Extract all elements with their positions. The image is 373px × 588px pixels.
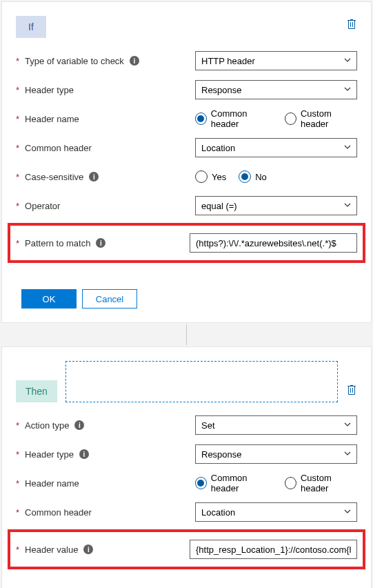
row-header-type: *Header typei Response <box>16 440 357 469</box>
select-type-of-variable[interactable]: HTTP header <box>195 51 357 70</box>
label-operator: Operator <box>25 201 60 211</box>
info-icon[interactable]: i <box>74 420 84 430</box>
select-common-header[interactable]: Location <box>195 502 357 522</box>
label-header-name: Header name <box>25 478 79 489</box>
radio-common-header[interactable]: Common header <box>195 108 272 129</box>
info-icon[interactable]: i <box>130 56 139 66</box>
row-common-header: *Common header Location <box>16 133 357 162</box>
radio-yes[interactable]: Yes <box>195 170 226 183</box>
row-common-header: *Common header Location <box>16 498 357 527</box>
highlighted-pattern-row: *Pattern to matchi <box>8 223 365 263</box>
label-pattern: Pattern to match <box>25 238 90 248</box>
row-case-sensitive: *Case-sensitivei Yes No <box>16 162 357 191</box>
row-action-type: *Action typei Set <box>16 411 357 440</box>
label-header-name: Header name <box>25 114 79 124</box>
dropzone[interactable] <box>65 361 338 402</box>
if-tag: If <box>16 16 46 38</box>
info-icon[interactable]: i <box>79 449 89 459</box>
label-header-value: Header value <box>25 545 78 555</box>
cancel-button[interactable]: Cancel <box>82 289 137 308</box>
info-icon[interactable]: i <box>89 172 99 182</box>
highlighted-header-value-row: *Header valuei <box>8 529 365 569</box>
select-header-type[interactable]: Response <box>195 80 357 99</box>
panel-connector <box>0 324 373 345</box>
label-common-header: Common header <box>25 507 92 518</box>
label-common-header: Common header <box>25 143 92 153</box>
input-header-value[interactable] <box>190 540 357 559</box>
row-header-name: *Header name Common header Custom header <box>16 469 357 498</box>
select-header-type[interactable]: Response <box>195 444 357 464</box>
label-header-type: Header type <box>25 85 74 95</box>
input-pattern[interactable] <box>190 233 357 253</box>
radio-custom-header[interactable]: Custom header <box>285 473 357 493</box>
info-icon[interactable]: i <box>96 238 105 248</box>
row-operator: *Operator equal (=) <box>16 191 357 220</box>
if-panel: If *Type of variable to checki HTTP head… <box>1 1 372 323</box>
radio-common-header[interactable]: Common header <box>195 473 272 493</box>
select-action-type[interactable]: Set <box>195 415 357 435</box>
then-panel: Then *Action typei Set *Header typei Res… <box>1 346 372 588</box>
then-tag: Then <box>16 380 57 402</box>
select-common-header[interactable]: Location <box>195 138 357 157</box>
label-header-type: Header type <box>25 449 74 460</box>
row-type-of-variable: *Type of variable to checki HTTP header <box>16 46 357 75</box>
select-operator[interactable]: equal (=) <box>195 196 357 215</box>
delete-icon[interactable] <box>346 384 357 402</box>
label-action-type: Action type <box>25 420 69 431</box>
info-icon[interactable]: i <box>83 545 93 554</box>
row-header-name: *Header name Common header Custom header <box>16 104 357 133</box>
row-header-type: *Header type Response <box>16 75 357 104</box>
label-case-sensitive: Case-sensitive <box>25 172 83 182</box>
delete-icon[interactable] <box>346 19 357 32</box>
ok-button[interactable]: OK <box>21 289 77 308</box>
radio-custom-header[interactable]: Custom header <box>285 108 357 129</box>
radio-no[interactable]: No <box>239 170 267 183</box>
button-row: OK Cancel <box>16 289 357 308</box>
label-type-of-variable: Type of variable to check <box>25 56 124 66</box>
